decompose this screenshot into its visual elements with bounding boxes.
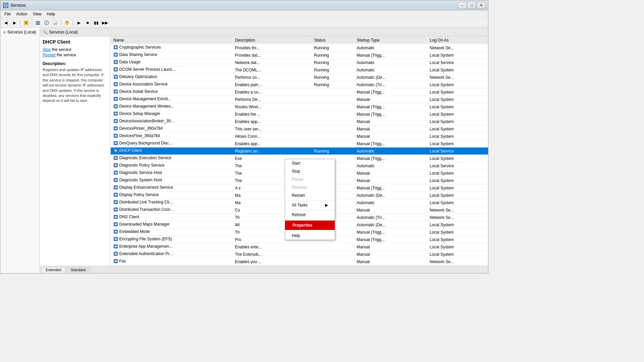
toolbar-separator-4 [73, 19, 73, 26]
service-startup: Automatic [354, 66, 427, 74]
service-logon: Local Service [427, 59, 488, 66]
menu-view[interactable]: View [30, 11, 44, 17]
service-startup: Automatic [354, 162, 427, 170]
pause-button[interactable]: ▮▮ [92, 19, 100, 27]
service-startup: Automatic [354, 199, 427, 206]
service-icon [113, 52, 118, 57]
service-logon: Local System [427, 66, 488, 74]
col-header-name[interactable]: Name [111, 37, 232, 44]
forward-button[interactable]: ▶ [10, 19, 18, 27]
tab-standard[interactable]: Standard [66, 267, 90, 273]
table-row[interactable]: File History ServiceProtects user...Manu… [111, 265, 488, 266]
menu-file[interactable]: File [2, 11, 13, 17]
tab-extended[interactable]: Extended [41, 267, 65, 273]
stop-link[interactable]: Stop [43, 47, 51, 52]
left-panel: DHCP Client Stop the service Restart the… [40, 37, 110, 266]
ctx-all-tasks[interactable]: All Tasks▶ [285, 201, 335, 209]
service-logon: Local System [427, 170, 488, 177]
service-logon: Network Se... [427, 74, 488, 81]
main-content: ⚙ Services (Local) 🔍 Services (Local) DH… [0, 28, 488, 273]
help-button[interactable]: ? [63, 19, 71, 27]
nav-item-services-local[interactable]: ⚙ Services (Local) [2, 29, 38, 35]
service-icon [113, 222, 118, 227]
table-row[interactable]: Device Management Wireles...Routes Wirel… [111, 103, 488, 111]
ctx-stop[interactable]: Stop [285, 167, 335, 175]
service-icon [113, 215, 118, 219]
table-row[interactable]: Device Install ServiceEnables a co...Man… [111, 88, 488, 96]
show-hide-button[interactable] [34, 19, 42, 27]
service-logon: Network Se... [427, 258, 488, 265]
service-startup: Manual [354, 125, 427, 133]
table-row[interactable]: DHCP ClientRegisters an...RunningAutomat… [111, 147, 488, 155]
service-startup: Manual (Trigg... [354, 140, 427, 147]
table-row[interactable]: FaxEnables you ...ManualNetwork Se... [111, 258, 488, 265]
service-icon [113, 97, 118, 101]
service-status [311, 265, 354, 266]
service-status: Running [311, 147, 354, 155]
maximize-button[interactable]: □ [467, 2, 476, 9]
service-icon [113, 104, 118, 109]
ctx-start[interactable]: Start [285, 159, 335, 167]
properties-button[interactable]: i [43, 19, 51, 27]
ctx-separator-3 [285, 220, 335, 220]
ctx-help[interactable]: Help [285, 232, 335, 240]
table-row[interactable]: Device Setup ManagerEnables the ...Manua… [111, 111, 488, 118]
ctx-pause: Pause [285, 175, 335, 183]
menu-bar: File Action View Help [0, 10, 488, 18]
service-startup: Automatic [354, 147, 427, 155]
table-row[interactable]: DeviceAssociationBroker_39...Enables app… [111, 118, 488, 125]
service-name: Diagnostic Policy Service [119, 163, 165, 168]
close-button[interactable]: ✕ [477, 2, 485, 9]
export-button[interactable] [51, 19, 59, 27]
service-desc: Network dat... [232, 59, 311, 66]
table-row[interactable]: DevicesPicker_390a784This user ser...Man… [111, 125, 488, 133]
table-row[interactable]: Data UsageNetwork dat...RunningAutomatic… [111, 59, 488, 66]
service-name: DHCP Client [119, 148, 142, 153]
service-startup: Manual (Trigg... [354, 52, 427, 59]
ctx-properties[interactable]: Properties [285, 221, 335, 230]
menu-action[interactable]: Action [13, 11, 30, 17]
ctx-restart[interactable]: Restart [285, 191, 335, 199]
table-row[interactable]: DevicesFlow_390a784Allows Conn...ManualL… [111, 133, 488, 140]
resume-button[interactable]: ▶▶ [101, 19, 109, 27]
service-logon: Local System [427, 221, 488, 229]
restart-link[interactable]: Restart [43, 53, 56, 57]
service-name: DevicesFlow_390a784 [119, 133, 160, 138]
col-header-logon[interactable]: Log On As [427, 37, 488, 44]
col-header-startup[interactable]: Startup Type [354, 37, 427, 44]
table-row[interactable]: Device Management Enroll...Performs De..… [111, 96, 488, 103]
up-button[interactable]: ⬆ [22, 19, 30, 27]
service-desc: Allows Conn... [232, 133, 311, 140]
breadcrumb-path: Services (Local) [49, 30, 78, 35]
col-header-desc[interactable]: Description [232, 37, 311, 44]
play-button[interactable]: ▶ [75, 19, 83, 27]
service-status [311, 258, 354, 265]
table-row[interactable]: Extensible Authentication Pr...The Exten… [111, 251, 488, 258]
back-button[interactable]: ◀ [2, 19, 10, 27]
left-panel-actions: Stop the service [43, 47, 107, 52]
service-logon: Network Se... [427, 214, 488, 221]
svg-text:i: i [46, 21, 47, 25]
menu-help[interactable]: Help [44, 11, 58, 17]
service-status [311, 103, 354, 111]
table-row[interactable]: Delivery OptimizationPerforms co...Runni… [111, 74, 488, 81]
minimize-button[interactable]: − [458, 2, 467, 9]
table-row[interactable]: Device Association ServiceEnables pairi.… [111, 81, 488, 88]
description-text: Registers and updates IP addresses and D… [43, 67, 107, 104]
table-row[interactable]: DCOM Server Process Launc...The DCOML...… [111, 66, 488, 74]
table-row[interactable]: Cryptographic ServicesProvides thr...Run… [111, 44, 488, 52]
service-name: Device Management Wireles... [119, 104, 174, 109]
breadcrumb: 🔍 Services (Local) [40, 28, 488, 37]
stop-button[interactable]: ■ [84, 19, 92, 27]
service-icon [113, 229, 118, 234]
table-row[interactable]: DevQuery Background Disc...Enables app..… [111, 140, 488, 147]
service-startup: Manual [354, 243, 427, 251]
service-name: DCOM Server Process Launc... [119, 67, 176, 72]
table-row[interactable]: Enterprise App Managemen...Enables ente.… [111, 243, 488, 251]
service-name: DevicesPicker_390a784 [119, 126, 163, 131]
service-status: Running [311, 74, 354, 81]
service-icon [113, 82, 118, 86]
ctx-refresh[interactable]: Refresh [285, 211, 335, 219]
col-header-status[interactable]: Status [311, 37, 354, 44]
table-row[interactable]: Data Sharing ServiceProvides dat...Runni… [111, 52, 488, 59]
